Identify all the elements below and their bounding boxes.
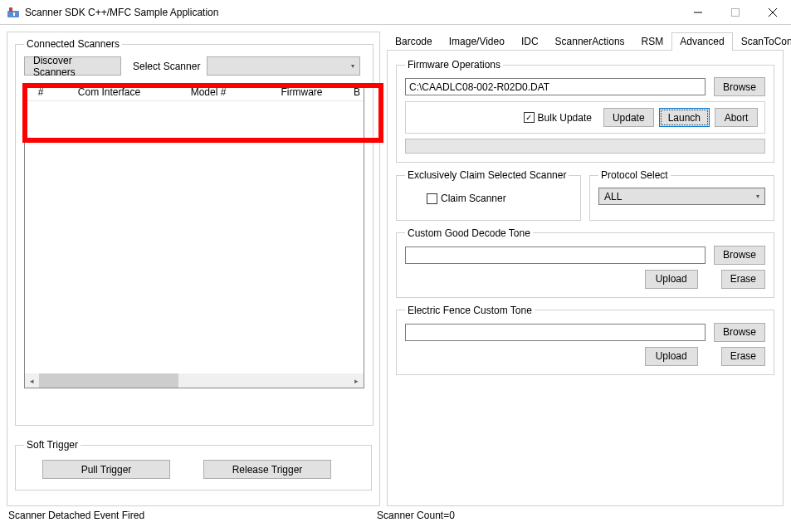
tab-strip: Barcode Image/Video IDC ScannerActions R… <box>387 32 784 51</box>
column-model[interactable]: Model # <box>162 85 255 100</box>
fence-tone-path-field[interactable] <box>405 324 706 341</box>
protocol-select-legend: Protocol Select <box>598 169 671 181</box>
status-event-text: Scanner Detached Event Fired <box>8 510 144 521</box>
checkmark-icon: ✓ <box>524 112 535 123</box>
tab-scan-to-connect[interactable]: ScanToConnect <box>733 32 791 51</box>
soft-trigger-group: Soft Trigger Pull Trigger Release Trigge… <box>15 439 372 491</box>
column-number[interactable]: # <box>25 85 56 100</box>
protocol-select-value: ALL <box>604 191 622 203</box>
connected-scanners-legend: Connected Scanners <box>24 38 122 50</box>
launch-button[interactable]: Launch <box>659 108 710 127</box>
scroll-right-button[interactable]: ▸ <box>349 373 364 388</box>
release-trigger-button[interactable]: Release Trigger <box>203 460 331 479</box>
scroll-left-button[interactable]: ◂ <box>25 373 39 388</box>
column-firmware[interactable]: Firmware <box>255 85 349 100</box>
horizontal-scrollbar[interactable]: ◂ ▸ <box>25 373 364 388</box>
scroll-thumb[interactable] <box>39 373 178 388</box>
firmware-operations-group: Firmware Operations C:\CAADLC08-002-R02D… <box>396 59 774 163</box>
good-tone-erase-button[interactable]: Erase <box>721 270 765 289</box>
checkbox-empty-icon <box>427 193 437 204</box>
soft-trigger-legend: Soft Trigger <box>24 439 81 451</box>
good-tone-upload-button[interactable]: Upload <box>645 270 698 289</box>
update-button[interactable]: Update <box>603 108 654 127</box>
maximize-button[interactable] <box>716 0 754 24</box>
select-scanner-dropdown[interactable]: ▾ <box>207 56 360 76</box>
fence-tone-browse-button[interactable]: Browse <box>714 323 765 342</box>
right-panel: Barcode Image/Video IDC ScannerActions R… <box>387 32 784 506</box>
chevron-down-icon: ▾ <box>756 193 759 200</box>
tab-body-advanced: Firmware Operations C:\CAADLC08-002-R02D… <box>387 51 784 506</box>
firmware-path-field[interactable]: C:\CAADLC08-002-R02D0.DAT <box>405 78 706 95</box>
protocol-select-dropdown[interactable]: ALL ▾ <box>598 188 765 205</box>
fence-tone-upload-button[interactable]: Upload <box>645 347 698 366</box>
chevron-down-icon: ▾ <box>351 62 354 70</box>
electric-fence-tone-group: Electric Fence Custom Tone Browse Upload… <box>396 305 774 375</box>
window-title: Scanner SDK C++/MFC Sample Application <box>25 7 679 18</box>
claim-scanner-label: Claim Scanner <box>441 193 506 204</box>
abort-button[interactable]: Abort <box>715 108 758 127</box>
left-panel: Connected Scanners Discover Scanners Sel… <box>7 32 380 506</box>
bulk-update-checkbox[interactable]: ✓ Bulk Update <box>524 112 592 124</box>
good-decode-tone-legend: Custom Good Decode Tone <box>405 227 533 239</box>
svg-rect-2 <box>13 12 15 16</box>
tab-advanced[interactable]: Advanced <box>671 32 732 51</box>
svg-rect-4 <box>731 8 739 16</box>
select-scanner-label: Select Scanner <box>133 61 200 72</box>
tab-idc[interactable]: IDC <box>513 32 547 51</box>
tab-barcode[interactable]: Barcode <box>387 32 441 51</box>
claim-scanner-checkbox[interactable]: Claim Scanner <box>427 193 506 204</box>
firmware-progress-bar <box>405 139 765 154</box>
good-tone-path-field[interactable] <box>405 246 706 264</box>
status-scanner-count: Scanner Count=0 <box>377 510 455 521</box>
tab-scanner-actions[interactable]: ScannerActions <box>547 32 633 51</box>
fence-tone-erase-button[interactable]: Erase <box>721 347 765 366</box>
status-bar: Scanner Detached Event Fired Scanner Cou… <box>0 506 791 525</box>
tab-image-video[interactable]: Image/Video <box>441 32 513 51</box>
firmware-operations-legend: Firmware Operations <box>405 59 503 71</box>
close-button[interactable] <box>754 0 791 24</box>
column-extra[interactable]: B <box>349 85 364 100</box>
good-decode-tone-group: Custom Good Decode Tone Browse Upload Er… <box>396 227 774 298</box>
table-header: # Com Interface Model # Firmware B <box>25 85 364 101</box>
pull-trigger-button[interactable]: Pull Trigger <box>42 460 170 479</box>
firmware-browse-button[interactable]: Browse <box>714 77 765 96</box>
column-com-interface[interactable]: Com Interface <box>56 85 162 100</box>
bulk-update-label: Bulk Update <box>538 112 592 124</box>
connected-scanners-group: Connected Scanners Discover Scanners Sel… <box>15 38 374 426</box>
title-bar: Scanner SDK C++/MFC Sample Application <box>0 0 791 25</box>
minimize-button[interactable] <box>679 0 716 24</box>
tab-rsm[interactable]: RSM <box>633 32 672 51</box>
claim-scanner-group: Exclusively Claim Selected Scanner Claim… <box>396 169 581 221</box>
app-icon <box>7 6 20 19</box>
electric-fence-tone-legend: Electric Fence Custom Tone <box>405 305 535 316</box>
svg-rect-1 <box>9 7 12 12</box>
protocol-select-group: Protocol Select ALL ▾ <box>589 169 774 221</box>
claim-scanner-legend: Exclusively Claim Selected Scanner <box>405 169 569 181</box>
good-tone-browse-button[interactable]: Browse <box>714 246 765 265</box>
scroll-track[interactable] <box>39 373 349 388</box>
scanner-table[interactable]: # Com Interface Model # Firmware B ◂ ▸ <box>24 84 364 388</box>
discover-scanners-button[interactable]: Discover Scanners <box>24 56 121 76</box>
